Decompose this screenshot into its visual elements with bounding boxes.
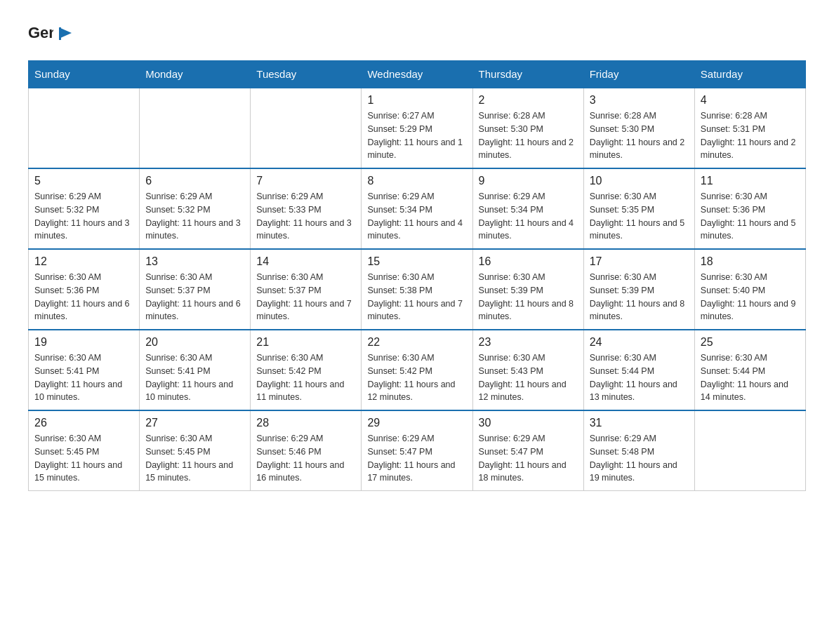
calendar-cell: 8Sunrise: 6:29 AMSunset: 5:34 PMDaylight… [362,168,472,249]
day-number: 18 [701,255,800,268]
day-info: Sunrise: 6:27 AMSunset: 5:29 PMDaylight:… [367,109,466,162]
calendar-cell: 30Sunrise: 6:29 AMSunset: 5:47 PMDayligh… [472,410,583,491]
day-number: 30 [479,417,578,429]
calendar-table: SundayMondayTuesdayWednesdayThursdayFrid… [28,60,806,491]
calendar-cell: 23Sunrise: 6:30 AMSunset: 5:43 PMDayligh… [472,330,583,410]
calendar-cell: 25Sunrise: 6:30 AMSunset: 5:44 PMDayligh… [694,330,805,410]
calendar-cell: 12Sunrise: 6:30 AMSunset: 5:36 PMDayligh… [29,249,140,330]
page-header: General [28,21,806,46]
day-info: Sunrise: 6:30 AMSunset: 5:39 PMDaylight:… [590,271,689,323]
day-number: 29 [367,417,466,429]
day-info: Sunrise: 6:29 AMSunset: 5:32 PMDaylight:… [145,190,244,243]
day-number: 22 [367,336,466,349]
day-info: Sunrise: 6:30 AMSunset: 5:45 PMDaylight:… [34,432,133,485]
day-info: Sunrise: 6:30 AMSunset: 5:42 PMDaylight:… [256,351,355,404]
calendar-header-friday: Friday [583,61,694,88]
day-info: Sunrise: 6:30 AMSunset: 5:35 PMDaylight:… [590,190,689,243]
day-number: 26 [34,417,133,429]
day-info: Sunrise: 6:30 AMSunset: 5:37 PMDaylight:… [145,271,244,323]
calendar-header-row: SundayMondayTuesdayWednesdayThursdayFrid… [29,61,806,88]
calendar-cell: 21Sunrise: 6:30 AMSunset: 5:42 PMDayligh… [251,330,362,410]
day-number: 23 [479,336,578,349]
calendar-cell [251,88,362,168]
day-info: Sunrise: 6:30 AMSunset: 5:43 PMDaylight:… [479,351,578,404]
day-info: Sunrise: 6:30 AMSunset: 5:41 PMDaylight:… [145,351,244,404]
day-number: 14 [256,255,355,268]
calendar-cell: 9Sunrise: 6:29 AMSunset: 5:34 PMDaylight… [472,168,583,249]
calendar-cell: 6Sunrise: 6:29 AMSunset: 5:32 PMDaylight… [140,168,251,249]
calendar-cell: 1Sunrise: 6:27 AMSunset: 5:29 PMDaylight… [362,88,472,168]
day-number: 9 [479,175,578,187]
day-info: Sunrise: 6:30 AMSunset: 5:45 PMDaylight:… [145,432,244,485]
day-info: Sunrise: 6:30 AMSunset: 5:38 PMDaylight:… [367,271,466,323]
day-number: 11 [701,175,800,187]
calendar-cell: 5Sunrise: 6:29 AMSunset: 5:32 PMDaylight… [29,168,140,249]
calendar-cell: 7Sunrise: 6:29 AMSunset: 5:33 PMDaylight… [251,168,362,249]
calendar-header-tuesday: Tuesday [251,61,362,88]
day-number: 3 [590,94,689,107]
day-number: 27 [145,417,244,429]
day-info: Sunrise: 6:30 AMSunset: 5:42 PMDaylight:… [367,351,466,404]
day-info: Sunrise: 6:29 AMSunset: 5:47 PMDaylight:… [367,432,466,485]
day-info: Sunrise: 6:29 AMSunset: 5:34 PMDaylight:… [479,190,578,243]
calendar-cell: 31Sunrise: 6:29 AMSunset: 5:48 PMDayligh… [583,410,694,491]
calendar-cell: 11Sunrise: 6:30 AMSunset: 5:36 PMDayligh… [694,168,805,249]
day-number: 15 [367,255,466,268]
logo: General [28,21,74,46]
week-row-5: 26Sunrise: 6:30 AMSunset: 5:45 PMDayligh… [29,410,806,491]
day-info: Sunrise: 6:30 AMSunset: 5:44 PMDaylight:… [590,351,689,404]
calendar-header-thursday: Thursday [472,61,583,88]
svg-rect-2 [59,27,61,40]
calendar-cell [29,88,140,168]
day-number: 2 [479,94,578,107]
svg-text:General: General [28,24,53,41]
day-number: 13 [145,255,244,268]
logo-flag-icon [59,27,74,40]
day-number: 10 [590,175,689,187]
calendar-cell: 4Sunrise: 6:28 AMSunset: 5:31 PMDaylight… [694,88,805,168]
logo-icon: General [28,21,53,46]
day-info: Sunrise: 6:28 AMSunset: 5:30 PMDaylight:… [590,109,689,162]
calendar-header-saturday: Saturday [694,61,805,88]
day-info: Sunrise: 6:29 AMSunset: 5:46 PMDaylight:… [256,432,355,485]
calendar-header-wednesday: Wednesday [362,61,472,88]
calendar-cell: 26Sunrise: 6:30 AMSunset: 5:45 PMDayligh… [29,410,140,491]
calendar-cell: 3Sunrise: 6:28 AMSunset: 5:30 PMDaylight… [583,88,694,168]
calendar-cell: 10Sunrise: 6:30 AMSunset: 5:35 PMDayligh… [583,168,694,249]
day-info: Sunrise: 6:29 AMSunset: 5:47 PMDaylight:… [479,432,578,485]
calendar-cell: 16Sunrise: 6:30 AMSunset: 5:39 PMDayligh… [472,249,583,330]
calendar-header-sunday: Sunday [29,61,140,88]
day-info: Sunrise: 6:30 AMSunset: 5:36 PMDaylight:… [701,190,800,243]
day-number: 17 [590,255,689,268]
day-number: 16 [479,255,578,268]
day-number: 20 [145,336,244,349]
day-info: Sunrise: 6:30 AMSunset: 5:40 PMDaylight:… [701,271,800,323]
calendar-cell: 13Sunrise: 6:30 AMSunset: 5:37 PMDayligh… [140,249,251,330]
day-number: 25 [701,336,800,349]
calendar-cell: 22Sunrise: 6:30 AMSunset: 5:42 PMDayligh… [362,330,472,410]
calendar-cell [140,88,251,168]
calendar-cell [694,410,805,491]
day-info: Sunrise: 6:30 AMSunset: 5:39 PMDaylight:… [479,271,578,323]
calendar-cell: 18Sunrise: 6:30 AMSunset: 5:40 PMDayligh… [694,249,805,330]
day-info: Sunrise: 6:30 AMSunset: 5:37 PMDaylight:… [256,271,355,323]
calendar-cell: 29Sunrise: 6:29 AMSunset: 5:47 PMDayligh… [362,410,472,491]
day-number: 24 [590,336,689,349]
calendar-cell: 2Sunrise: 6:28 AMSunset: 5:30 PMDaylight… [472,88,583,168]
calendar-cell: 24Sunrise: 6:30 AMSunset: 5:44 PMDayligh… [583,330,694,410]
day-info: Sunrise: 6:30 AMSunset: 5:44 PMDaylight:… [701,351,800,404]
calendar-cell: 20Sunrise: 6:30 AMSunset: 5:41 PMDayligh… [140,330,251,410]
calendar-cell: 14Sunrise: 6:30 AMSunset: 5:37 PMDayligh… [251,249,362,330]
week-row-1: 1Sunrise: 6:27 AMSunset: 5:29 PMDaylight… [29,88,806,168]
day-number: 21 [256,336,355,349]
day-number: 6 [145,175,244,187]
day-number: 5 [34,175,133,187]
calendar-cell: 19Sunrise: 6:30 AMSunset: 5:41 PMDayligh… [29,330,140,410]
calendar-cell: 28Sunrise: 6:29 AMSunset: 5:46 PMDayligh… [251,410,362,491]
day-number: 8 [367,175,466,187]
week-row-2: 5Sunrise: 6:29 AMSunset: 5:32 PMDaylight… [29,168,806,249]
calendar-cell: 27Sunrise: 6:30 AMSunset: 5:45 PMDayligh… [140,410,251,491]
day-number: 19 [34,336,133,349]
calendar-header-monday: Monday [140,61,251,88]
day-number: 1 [367,94,466,107]
